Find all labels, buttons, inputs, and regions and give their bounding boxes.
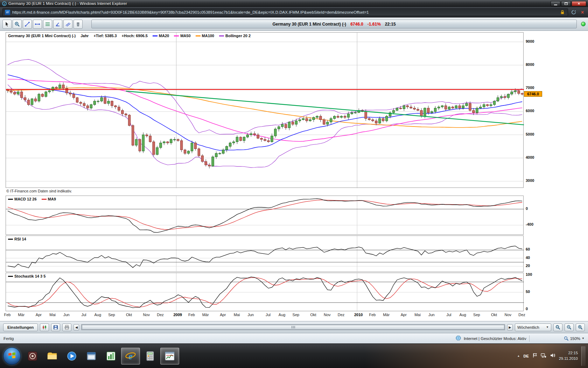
x-axis-label: Mär [14, 313, 28, 317]
delete-tool-icon[interactable] [74, 20, 83, 29]
chart-window-icon[interactable] [160, 348, 179, 364]
calculator-icon[interactable] [141, 348, 160, 364]
y-axis-tick: 40 [526, 255, 542, 260]
chart-scrollbar[interactable] [81, 324, 505, 330]
zoom-out-button[interactable] [565, 323, 574, 331]
x-axis-label: Feb [184, 313, 198, 317]
screen: e Germany 30 (EUR 1 Mini Contract) (-) -… [0, 0, 588, 368]
x-axis-label: Okt [487, 313, 501, 317]
x-axis-label: Jul [442, 313, 456, 317]
macd-panel[interactable]: MACD 12 26 MA9 [6, 196, 524, 235]
taskbar-clock[interactable]: 22:15 29.11.2010 [559, 350, 578, 361]
x-axis-label: Nov [501, 313, 515, 317]
x-axis-label: Apr [31, 313, 46, 317]
internet-explorer-icon[interactable]: e [121, 348, 140, 364]
y-axis-tick: 100 [526, 272, 542, 277]
media-player-icon[interactable] [62, 348, 81, 364]
stochastic-line-swatch [8, 276, 13, 277]
settings-button[interactable]: Einstellungen [3, 323, 38, 331]
minimize-button[interactable] [551, 1, 560, 6]
y-axis-tick: 5000 [526, 132, 542, 136]
rsi-legend: RSI 14 [8, 237, 26, 241]
macd-label: MACD 12 26 [14, 197, 37, 201]
fibonacci-tool-icon[interactable] [43, 20, 52, 29]
scroll-left-button[interactable]: ◀ [74, 324, 79, 330]
windows-explorer-icon[interactable] [43, 348, 62, 364]
site-favicon: IT [5, 10, 10, 15]
angle-tool-icon[interactable] [53, 20, 62, 29]
parallel-lines-tool-icon[interactable] [63, 20, 72, 29]
app-window-icon[interactable] [82, 348, 101, 364]
legend-label: MA20 [159, 34, 169, 38]
network-icon[interactable] [541, 353, 546, 359]
legend-low: +Tief: 5385.3 [93, 34, 117, 38]
legend-item-ma100: MA100 [196, 34, 214, 38]
x-axis-label: Okt [306, 313, 320, 317]
y-axis-tick: 50 [526, 289, 542, 294]
media-center-icon[interactable] [23, 348, 42, 364]
y-axis-tick: 60 [526, 247, 542, 251]
x-axis-label: Aug [275, 313, 289, 317]
url-field[interactable]: IT https://t.md.it-finance.com/MDFlash/i… [2, 8, 568, 16]
legend-instrument: Germany 30 (EUR 1 Mini Contract) (-) [8, 34, 76, 38]
x-axis-label: Jun [59, 313, 74, 317]
x-axis-label: Nov [320, 313, 334, 317]
chart-toolbar: Germany 30 (EUR 1 Mini Contract) (-) 674… [0, 18, 588, 31]
print-button[interactable] [62, 323, 71, 331]
chart-type-button[interactable] [40, 323, 49, 331]
period-dropdown[interactable]: Wöchentlich ▼ [515, 323, 551, 331]
maximize-button[interactable] [561, 1, 571, 6]
chart-bottom-toolbar: Einstellungen ◀ ▶ Wöchentlich ▼ [0, 321, 588, 333]
overlay-legend: MA20MA50MA100Bollinger 20 2 [153, 34, 251, 38]
zoom-range-button[interactable] [553, 323, 562, 331]
url-text: https://t.md.it-finance.com/MDFlash/itch… [12, 10, 557, 14]
x-axis-label: Mai [411, 313, 425, 317]
refresh-icon[interactable] [570, 9, 577, 15]
security-lock-icon[interactable] [559, 9, 566, 15]
chevron-down-icon: ▼ [546, 326, 549, 329]
rsi-panel[interactable]: RSI 14 [6, 236, 524, 272]
page-zoom-control[interactable]: 150% ▼ [564, 336, 584, 341]
x-axis-label: Apr [216, 313, 230, 317]
stop-icon[interactable]: × [579, 9, 586, 15]
close-button[interactable]: × [572, 1, 586, 6]
scroll-right-button[interactable]: ▶ [507, 324, 513, 330]
chart-app-icon[interactable] [102, 348, 120, 364]
security-zone-text: Internet | Geschützter Modus: Aktiv [464, 336, 526, 341]
show-desktop-button[interactable] [581, 346, 586, 366]
volume-icon[interactable] [550, 353, 555, 359]
page-zoom-value: 150% [570, 336, 580, 341]
copyright-note: © IT-Finance.com Daten sind indikativ. [6, 189, 72, 193]
legend-label: MA100 [202, 34, 214, 38]
status-bar: Fertig Internet | Geschützter Modus: Akt… [0, 333, 588, 343]
action-center-icon[interactable] [532, 353, 537, 360]
stochastic-panel[interactable]: Stochastik 14 3 5 [6, 273, 524, 311]
y-axis-tick: 0 [526, 307, 542, 311]
x-axis-label: Jul [261, 313, 275, 317]
y-axis-tick: 3000 [526, 178, 542, 183]
clock-date: 29.11.2010 [559, 356, 578, 361]
stochastic-chart [6, 273, 524, 312]
magnifier-icon [564, 336, 569, 341]
rsi-chart [6, 236, 524, 272]
hidden-icons-arrow[interactable]: ▲ [517, 354, 520, 357]
x-axis-label: Mär [198, 313, 212, 317]
price-panel[interactable]: Germany 30 (EUR 1 Mini Contract) (-) Jah… [6, 32, 524, 188]
legend-label: Bollinger 20 2 [225, 34, 251, 38]
header-instrument: Germany 30 (EUR 1 Mini Contract) (-) [272, 22, 346, 27]
candlestick-chart [6, 33, 524, 188]
save-button[interactable] [51, 323, 60, 331]
header-price: 6746.0 [350, 22, 363, 27]
x-axis-label: Dez [334, 313, 348, 317]
trendline-tool-icon[interactable] [23, 20, 32, 29]
stochastic-label: Stochastik 14 3 5 [14, 274, 46, 278]
zoom-in-button[interactable] [576, 323, 585, 331]
language-indicator[interactable]: DE [523, 354, 528, 358]
system-tray: ▲ DE 22:15 29.11.2010 [517, 346, 587, 366]
horizontal-line-tool-icon[interactable] [33, 20, 42, 29]
pointer-tool-icon[interactable] [2, 20, 12, 29]
zoom-tool-icon[interactable] [13, 20, 22, 29]
chart-scrollbar-thumb[interactable] [82, 325, 504, 329]
x-axis-label: Mai [46, 313, 59, 317]
start-button[interactable] [3, 347, 21, 365]
